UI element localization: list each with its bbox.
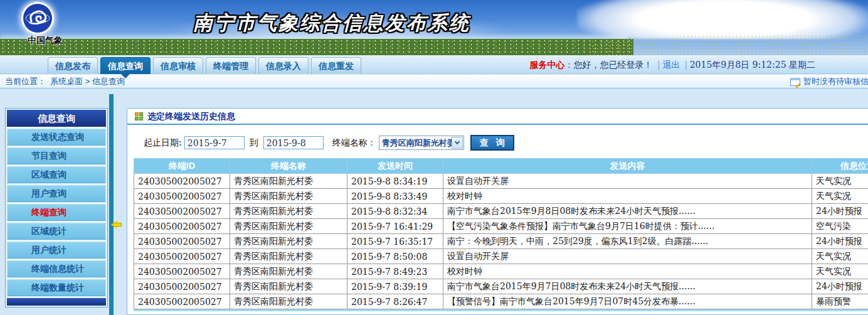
cell-info-type: 暴雨预警 (812, 294, 868, 309)
sidebar-item[interactable]: 区域统计 (7, 223, 106, 240)
sidebar-item-label: 用户统计 (31, 245, 66, 255)
cell-terminal-name: 青秀区南阳新光村委 (230, 219, 347, 234)
sidebar-item[interactable]: 用户查询 (7, 185, 106, 202)
sidebar-item-label: 终端数量统计 (31, 282, 84, 292)
sidebar-menu: 发送状态查询 节目查询 区域查询 用户查询 终端查询 区域统计 用户统计 (7, 129, 106, 296)
nav-tab-label: 信息录入 (266, 61, 301, 71)
cell-terminal-id: 240305002005027 (134, 249, 230, 264)
cell-send-content: 【空气污染气象条件预报】南宁市气象台9月7日16时提供：预计...... (443, 219, 812, 234)
dropdown-arrow-icon (452, 137, 463, 149)
sidebar-header: 信息查询 (7, 110, 106, 127)
cell-send-time: 2015-9-7 8:26:47 (347, 294, 443, 309)
cell-send-content: 南宁市气象台2015年9月8日08时发布未来24小时天气预报...... (443, 204, 812, 219)
nav-tab-label: 终端管理 (213, 61, 248, 71)
cell-terminal-id: 240305002005027 (134, 264, 230, 279)
cell-send-content: 校对时钟 (443, 189, 812, 204)
cell-terminal-name: 青秀区南阳新光村委 (230, 174, 347, 189)
pending-review-status[interactable]: 暂时没有待审核信息 (790, 75, 868, 88)
cell-send-time: 2015-9-7 8:49:23 (347, 264, 443, 279)
sidebar-divider (109, 94, 114, 315)
start-date-input[interactable] (184, 136, 245, 149)
cell-terminal-name: 青秀区南阳新光村委 (230, 189, 347, 204)
nav-tab-label: 信息重发 (319, 61, 354, 71)
arrow-tail (113, 223, 122, 227)
table-row: 240305002005027 青秀区南阳新光村委 2015-9-7 8:39:… (134, 279, 868, 294)
nav-tab[interactable]: 信息审核 (153, 57, 203, 74)
cma-logo-icon (23, 4, 52, 33)
cell-send-content: 校对时钟 (443, 264, 812, 279)
sidebar-item-label: 区域查询 (31, 169, 66, 179)
panel-title: 选定终端发送历史信息 (147, 108, 235, 124)
table-column-header: 发送时间 (347, 159, 443, 174)
service-center-bar: 服务中心：您好，您已经登录！ |退出 |2015年9月8日 9:12:25 星期… (530, 55, 815, 74)
table-row: 240305002005027 青秀区南阳新光村委 2015-9-7 8:50:… (134, 249, 868, 264)
table-row: 240305002005027 青秀区南阳新光村委 2015-9-8 8:33:… (134, 189, 868, 204)
panel-header: 选定终端发送历史信息 (127, 109, 868, 125)
sidebar-item[interactable]: 终端数量统计 (7, 279, 106, 296)
cell-send-time: 2015-9-8 8:33:49 (347, 189, 443, 204)
sidebar-item-label: 终端信息统计 (31, 264, 84, 274)
sidebar-item[interactable]: 终端查询 (7, 204, 106, 221)
cma-logo-text: 中国气象 (14, 35, 77, 46)
table-row: 240305002005027 青秀区南阳新光村委 2015-9-7 8:26:… (134, 294, 868, 309)
terminal-select[interactable]: 青秀区南阳新光村委 (379, 136, 464, 150)
logout-link[interactable]: 退出 (662, 60, 680, 70)
cell-send-content: 南宁市气象台2015年9月7日08时发布未来24小时天气预报...... (443, 279, 812, 294)
pending-review-text: 暂时没有待审核信息 (803, 75, 868, 88)
table-column-header: 终端ID (134, 159, 230, 174)
nav-tab-label: 信息审核 (161, 61, 196, 71)
cell-send-content: 设置自动开关屏 (443, 174, 812, 189)
nav-tab[interactable]: 信息查询 (100, 57, 151, 74)
cell-info-type: 空气污染 (812, 219, 868, 234)
cell-terminal-name: 青秀区南阳新光村委 (230, 249, 347, 264)
cell-info-type: 天气实况 (812, 264, 868, 279)
nav-tab[interactable]: 信息录入 (258, 57, 309, 74)
cell-info-type: 24小时预报 (812, 234, 868, 249)
breadcrumb-bar: 当前位置： 系统桌面 > 信息查询 暂时没有待审核信息 (0, 75, 868, 88)
sidebar-item[interactable]: 用户统计 (7, 242, 106, 259)
table-row: 240305002005027 青秀区南阳新光村委 2015-9-8 8:34:… (134, 174, 868, 189)
date-range-label: 起止日期: (144, 137, 182, 149)
cell-terminal-id: 240305002005027 (134, 204, 230, 219)
cell-terminal-name: 青秀区南阳新光村委 (230, 204, 347, 219)
banner: 中国气象 南宁市气象综合信息发布系统 (0, 0, 868, 55)
table-row: 240305002005027 青秀区南阳新光村委 2015-9-7 8:49:… (134, 264, 868, 279)
search-button[interactable]: 查 询 (470, 135, 514, 151)
sidebar-collapse-arrow-icon[interactable] (107, 220, 123, 229)
cell-send-time: 2015-9-8 8:34:19 (347, 174, 443, 189)
sidebar-item-label: 终端查询 (31, 207, 66, 217)
nav-tab[interactable]: 信息重发 (311, 57, 361, 74)
service-center-label: 服务中心 (530, 60, 565, 70)
sidebar-item[interactable]: 区域查询 (7, 166, 106, 183)
cell-info-type: 24小时预报 (812, 279, 868, 294)
table-column-header: 信息位置 (812, 159, 868, 174)
sidebar-item[interactable]: 节目查询 (7, 147, 106, 164)
cell-send-content: 【预警信号】南宁市气象台2015年9月7日07时45分发布暴...... (443, 294, 812, 309)
sidebar-footer (7, 298, 106, 306)
grass-field-image (0, 39, 633, 55)
nav-tabs: 信息发布 信息查询 信息审核 终端管理 信息录入 信息重发 (48, 57, 361, 74)
cell-terminal-id: 240305002005027 (134, 279, 230, 294)
terminal-select-value: 青秀区南阳新光村委 (379, 137, 452, 149)
cell-terminal-id: 240305002005027 (134, 294, 230, 309)
table-column-header: 终端名称 (230, 159, 347, 174)
sidebar-item-label: 节目查询 (31, 151, 66, 161)
breadcrumb: 当前位置： 系统桌面 > 信息查询 (5, 75, 125, 88)
table-row: 240305002005027 青秀区南阳新光村委 2015-9-7 16:41… (134, 219, 868, 234)
nav-tab-label: 信息查询 (108, 61, 143, 71)
query-form: 起止日期: 到 终端名称： 青秀区南阳新光村委 查 询 (144, 135, 868, 151)
sidebar-item[interactable]: 终端信息统计 (7, 260, 106, 277)
end-date-input[interactable] (263, 136, 324, 149)
nav-tab[interactable]: 终端管理 (206, 57, 256, 74)
cell-send-content: 设置自动开关屏 (443, 249, 812, 264)
table-row: 240305002005027 青秀区南阳新光村委 2015-9-7 16:35… (134, 234, 868, 249)
sidebar-item[interactable]: 发送状态查询 (7, 129, 106, 146)
cell-terminal-name: 青秀区南阳新光村委 (230, 279, 347, 294)
table-header-row: 终端ID终端名称发送时间发送内容信息位置 (134, 159, 868, 174)
nav-tab[interactable]: 信息发布 (48, 57, 98, 74)
table-row: 240305002005027 青秀区南阳新光村委 2015-9-8 8:32:… (134, 204, 868, 219)
note-pencil-icon (790, 78, 800, 86)
cell-send-time: 2015-9-7 8:39:19 (347, 279, 443, 294)
separator: | (658, 60, 660, 70)
cell-send-time: 2015-9-7 16:35:17 (347, 234, 443, 249)
